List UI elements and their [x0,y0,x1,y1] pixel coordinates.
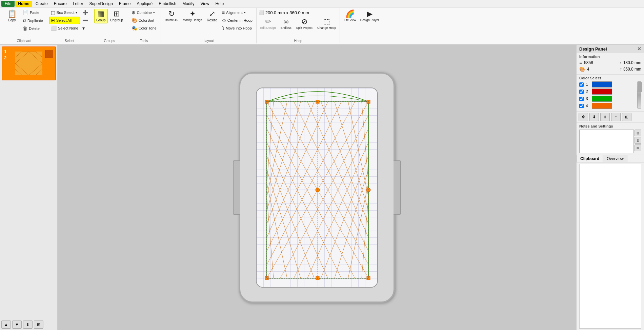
combine-button[interactable]: ⊕ Combine ▾ [130,9,158,16]
menu-modify[interactable]: Modify [180,1,197,7]
svg-line-22 [267,142,328,278]
notes-icon-3[interactable]: ✏ [635,144,641,151]
menu-frame[interactable]: Frame [116,1,134,7]
delete-button[interactable]: 🗑 Delete [21,25,45,32]
colors-row: 🎨 4 ↕ 350.0 mm [579,66,641,72]
select-all-button[interactable]: ⊞ Select All [49,17,80,24]
right-panel: Design Panel ✕ Information ≡ 5858 ↔ 180.… [576,45,644,330]
menu-home[interactable]: Home [15,1,32,7]
bottom-button[interactable]: ⬇ [23,321,33,329]
duplicate-button[interactable]: ⧉ Duplicate [21,17,45,24]
color-checkbox-4[interactable] [579,104,584,108]
canvas-area[interactable] [58,45,576,330]
group-button[interactable]: ▦ Group [94,9,108,23]
color-swatch-1[interactable] [592,81,612,88]
change-hoop-button[interactable]: ⬚ Change Hoop [316,17,338,31]
ribbon-group-view: 🌈 Life View ▶ Design Player [340,8,383,43]
action-down-button[interactable]: ⬇ [589,113,599,121]
edit-design-button[interactable]: ✏ Edit Design [259,17,278,31]
select-none-button[interactable]: ⬜ Select None [49,24,80,32]
menu-encore[interactable]: Encore [51,1,69,7]
hoop-inner [256,88,378,288]
alignment-button[interactable]: ≡ Alignment ▾ [220,9,254,16]
color-checkbox-2[interactable] [579,90,584,94]
notes-icon-1[interactable]: ⊟ [635,130,641,136]
rotate45-button[interactable]: ↻ Rotate 45 [163,9,180,23]
action-up-button[interactable]: ⬆ [600,113,610,121]
overview-tab[interactable]: Overview [603,155,627,162]
menu-file[interactable]: File [1,1,15,7]
move-into-hoop-button[interactable]: ⤵ Move into Hoop [220,24,254,32]
menu-view[interactable]: View [198,1,212,7]
hoop-size-icon: ⬜ [259,10,264,15]
menu-applique[interactable]: Appliqué [134,1,155,7]
select-all-icon: ⊞ [51,18,55,23]
menu-help[interactable]: Help [213,1,226,7]
color-swatch-4[interactable] [592,103,612,109]
endless-button[interactable]: ∞ Endless [279,17,293,31]
select-expand-button[interactable]: ➕ [81,9,90,16]
split-project-button[interactable]: ⊘ Split Project [295,17,314,31]
action-move-button[interactable]: ✥ [579,113,588,121]
colortone-button[interactable]: 🎭 Color Tone [130,24,158,32]
color-scroll[interactable] [637,81,641,109]
box-select-icon: ⬚ [51,10,55,15]
ribbon-group-groups: ▦ Group ⊞ Ungroup Groups [92,8,127,43]
left-panel: 1 2 ▲ ▼ [0,45,58,330]
menu-embellish[interactable]: Embellish [156,1,179,7]
color-checkbox-3[interactable] [579,97,584,101]
svg-rect-44 [265,276,268,280]
thumbnail-accent [45,50,53,58]
add-button[interactable]: ⊞ [34,321,43,329]
modify-design-button[interactable]: ✦ Modify Design [181,9,204,23]
center-in-hoop-button[interactable]: ⊙ Center in Hoop [220,17,254,24]
colors-icon: 🎨 [579,66,585,72]
alignment-icon: ≡ [222,10,225,15]
ribbon-group-clipboard: 📋 Copy 📄 Paste ⧉ Duplicate 🗑 Delete Cl [1,8,47,43]
groups-label: Groups [92,39,127,43]
endless-icon: ∞ [283,18,289,25]
duplicate-icon: ⧉ [23,18,26,23]
notes-textarea[interactable] [579,130,634,153]
hoop-latch-left [233,160,240,215]
menu-letter[interactable]: Letter [70,1,86,7]
down-button[interactable]: ▼ [12,321,22,329]
color-checkbox-1[interactable] [579,82,584,87]
color-row-4: 4 [579,103,637,109]
svg-rect-43 [367,100,370,103]
hoop-size-display: ⬜ 200.0 mm x 360.0 mm [259,9,338,17]
panel-action-buttons: ✥ ⬇ ⬆ ↑ ⊞ [577,112,644,123]
svg-line-29 [267,102,341,251]
resize-button[interactable]: ⤢ Resize [205,9,219,23]
action-expand-button[interactable]: ⊞ [622,113,631,121]
select-dropdown-button[interactable]: ▾ [81,24,90,32]
menu-superdesign[interactable]: SuperDesign [86,1,115,7]
box-select-button[interactable]: ⬚ Box Select ▾ [49,9,80,16]
thumbnail-pattern [15,52,42,75]
notes-icon-2[interactable]: ⚙ [635,137,641,144]
color-row-1: 1 [579,81,637,88]
up-button[interactable]: ▲ [1,321,11,329]
clipboard-tab[interactable]: Clipboard [577,155,603,162]
ungroup-button[interactable]: ⊞ Ungroup [108,9,125,23]
svg-line-15 [307,102,368,237]
ribbon-group-select: ⬚ Box Select ▾ ⊞ Select All ⬜ Select Non… [47,8,92,43]
move-into-hoop-icon: ⤵ [222,25,224,31]
color-swatch-3[interactable] [592,96,612,102]
life-view-button[interactable]: 🌈 Life View [342,9,358,23]
color-swatch-2[interactable] [592,89,612,95]
select-contract-button[interactable]: ➖ [81,17,90,24]
design-panel-close-button[interactable]: ✕ [637,46,641,52]
svg-line-14 [294,102,368,251]
colorsort-button[interactable]: 🎨 ColorSort [130,17,158,24]
width-arrow-icon: ↔ [618,60,622,65]
copy-button[interactable]: 📋 Copy [3,9,20,23]
paste-button[interactable]: 📄 Paste [21,9,45,16]
combine-icon: ⊕ [132,10,136,15]
action-arrow-button[interactable]: ↑ [611,113,621,121]
menu-create[interactable]: Create [33,1,51,7]
svg-line-21 [267,129,341,278]
design-player-button[interactable]: ▶ Design Player [359,9,381,23]
design-thumbnail[interactable]: 1 2 [2,46,56,80]
layout-label: Layout [161,39,256,43]
